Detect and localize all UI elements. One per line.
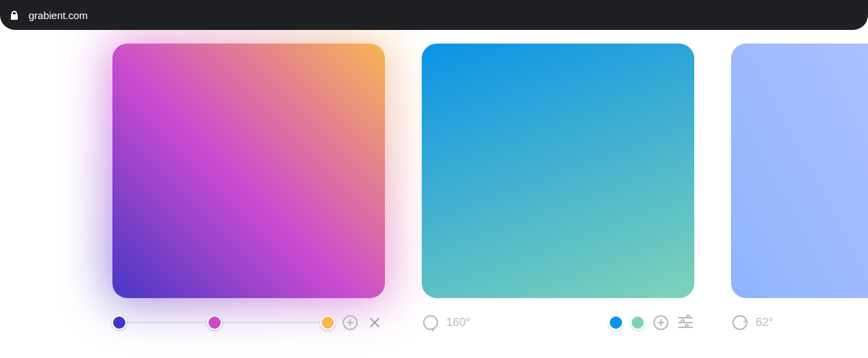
angle-icon <box>732 315 747 330</box>
color-stop-handle[interactable] <box>320 315 335 330</box>
gradient-controls <box>112 298 385 335</box>
gradient-gallery: 160° 62° <box>0 30 868 335</box>
gradient-controls: 160° <box>422 298 694 335</box>
add-color-stop-button[interactable] <box>341 314 359 331</box>
lock-icon <box>10 10 19 20</box>
url-text: grabient.com <box>29 10 88 21</box>
angle-icon <box>423 315 438 330</box>
color-stop-handle[interactable] <box>207 315 222 330</box>
gradient-swatch[interactable] <box>422 44 694 298</box>
gradient-controls: 62° <box>731 298 868 335</box>
angle-button[interactable] <box>731 314 749 331</box>
color-swatch-button[interactable] <box>630 315 645 330</box>
close-icon <box>368 316 382 329</box>
angle-value: 62° <box>756 316 773 329</box>
add-color-button[interactable] <box>652 314 670 331</box>
gradient-stop-slider[interactable] <box>112 314 335 331</box>
gradient-card: 62° <box>731 44 868 335</box>
slider-track <box>119 322 328 323</box>
angle-value: 160° <box>446 316 470 329</box>
gradient-swatch[interactable] <box>731 44 868 298</box>
plus-circle-icon <box>343 315 358 330</box>
color-stop-handle[interactable] <box>112 315 127 330</box>
gradient-card: 160° <box>422 44 694 335</box>
browser-address-bar[interactable]: grabient.com <box>0 0 868 30</box>
angle-button[interactable] <box>422 314 439 331</box>
sliders-icon <box>678 316 693 329</box>
color-swatch-button[interactable] <box>608 315 623 330</box>
close-editor-button[interactable] <box>366 314 384 331</box>
gradient-card <box>112 44 385 335</box>
edit-stops-button[interactable] <box>677 314 694 331</box>
gradient-swatch[interactable] <box>112 44 385 298</box>
plus-circle-icon <box>653 315 668 330</box>
